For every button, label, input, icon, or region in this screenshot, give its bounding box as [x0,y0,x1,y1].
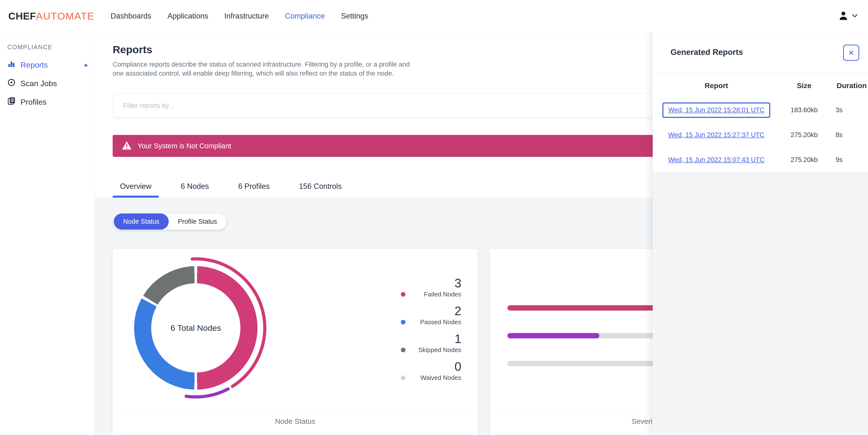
generated-reports-sheet: Generated Reports ✕ Report Size Duration… [653,32,868,173]
tab-profiles[interactable]: 6 Profiles [231,175,277,198]
chevron-down-icon [852,14,858,19]
passed-dot-icon [401,320,405,324]
focused-report-link-box: Wed, 15 Jun 2022 15:28:01 UTC [662,103,770,118]
panel-header: Generated Reports ✕ [653,32,868,74]
bar-chart-icon [7,60,16,70]
failed-count: 3 [386,277,461,290]
page-description: Compliance reports describe the status o… [113,60,410,78]
nav-applications[interactable]: Applications [167,12,208,21]
scanner-icon [7,78,16,89]
report-size: 275.20kb [776,156,832,164]
report-duration: 3s [832,106,868,114]
user-menu-button[interactable] [838,10,860,22]
table-row: Wed, 15 Jun 2022 15:28:01 UTC 183.60kb 3… [657,97,868,122]
sidebar-item-profiles[interactable]: Profiles [7,93,94,111]
failed-dot-icon [401,292,405,297]
waived-count: 0 [386,360,461,373]
nav-infrastructure[interactable]: Infrastructure [224,12,269,21]
logo-automate: AUTOMATE [36,10,95,22]
column-header-duration: Duration [832,82,868,90]
chef-automate-logo[interactable]: CHEFAUTOMATE [8,10,95,22]
node-status-card: 6 Total Nodes 3 Failed Nodes 2 Passed No… [113,249,478,435]
node-status-card-footer: Node Status [113,417,478,426]
profiles-stack-icon [7,97,16,107]
page-description-line1: Compliance reports describe the status o… [113,60,410,69]
logo-chef: CHEF [8,10,36,22]
banner-message: Your System is Not Compliant [137,142,231,150]
legend-label: Skipped Nodes [418,346,461,354]
report-duration: 8s [832,131,868,139]
table-row: Wed, 15 Jun 2022 15:07:43 UTC 275.20kb 9… [657,147,868,172]
compliance-sidebar: COMPLIANCE Reports ▸ Scan Jobs Profiles [0,32,95,435]
page-description-line2: one associated control, will enable deep… [113,69,410,78]
generated-reports-panel: Generated Reports ✕ Report Size Duration… [653,32,868,435]
report-size: 183.60kb [776,106,832,114]
column-header-size: Size [776,82,832,90]
sidebar-item-scan-jobs[interactable]: Scan Jobs [7,74,94,93]
legend-item-passed: 2 Passed Nodes [386,304,461,326]
card-divider [121,410,470,410]
legend-item-failed: 3 Failed Nodes [386,277,461,298]
sidebar-item-label: Profiles [21,97,46,107]
nav-compliance[interactable]: Compliance [285,12,325,21]
report-download-link[interactable]: Wed, 15 Jun 2022 15:07:43 UTC [668,156,764,164]
warning-triangle-icon [122,141,132,151]
column-header-report: Report [657,82,776,90]
node-status-legend: 3 Failed Nodes 2 Passed Nodes 1 Skipped … [386,277,461,388]
nav-dashboards[interactable]: Dashboards [111,12,151,21]
report-duration: 9s [832,156,868,164]
table-row: Wed, 15 Jun 2022 15:27:37 UTC 275.20kb 8… [657,122,868,147]
sidebar-item-reports[interactable]: Reports ▸ [7,56,94,74]
tab-overview[interactable]: Overview [113,175,159,198]
close-panel-button[interactable]: ✕ [843,45,859,61]
legend-item-skipped: 1 Skipped Nodes [386,332,461,354]
page-title: Reports [113,44,152,56]
close-icon: ✕ [848,49,854,57]
top-navigation-bar: CHEFAUTOMATE Dashboards Applications Inf… [0,0,868,32]
submenu-arrow-icon[interactable]: ▸ [85,61,88,69]
toggle-node-status[interactable]: Node Status [114,213,169,230]
generated-reports-table: Report Size Duration Wed, 15 Jun 2022 15… [657,74,868,172]
passed-count: 2 [386,304,461,318]
report-size: 275.20kb [776,131,832,139]
sidebar-item-label: Reports [21,60,48,69]
sidebar-section-label: COMPLIANCE [7,44,94,51]
legend-item-waived: 0 Waived Nodes [386,360,461,382]
app-window: CHEFAUTOMATE Dashboards Applications Inf… [0,0,868,435]
table-header-row: Report Size Duration [657,74,868,97]
legend-label: Waived Nodes [420,374,461,382]
donut-center-label: 6 Total Nodes [170,323,221,333]
legend-label: Failed Nodes [424,291,461,298]
report-download-link[interactable]: Wed, 15 Jun 2022 15:27:37 UTC [668,131,764,139]
waived-dot-icon [401,375,405,380]
tab-controls[interactable]: 156 Controls [291,175,349,198]
primary-nav: Dashboards Applications Infrastructure C… [111,12,368,21]
user-avatar-icon [838,10,849,22]
toggle-profile-status[interactable]: Profile Status [169,213,226,230]
skipped-count: 1 [386,332,461,345]
legend-label: Passed Nodes [420,318,461,326]
report-tabs: Overview 6 Nodes 6 Profiles 156 Controls [113,175,349,198]
status-toggle: Node Status Profile Status [114,213,226,230]
report-download-link[interactable]: Wed, 15 Jun 2022 15:28:01 UTC [668,106,764,114]
tab-nodes[interactable]: 6 Nodes [173,175,216,198]
panel-title: Generated Reports [671,48,743,57]
skipped-dot-icon [401,348,405,352]
nav-settings[interactable]: Settings [341,12,368,21]
sidebar-item-label: Scan Jobs [21,79,57,88]
